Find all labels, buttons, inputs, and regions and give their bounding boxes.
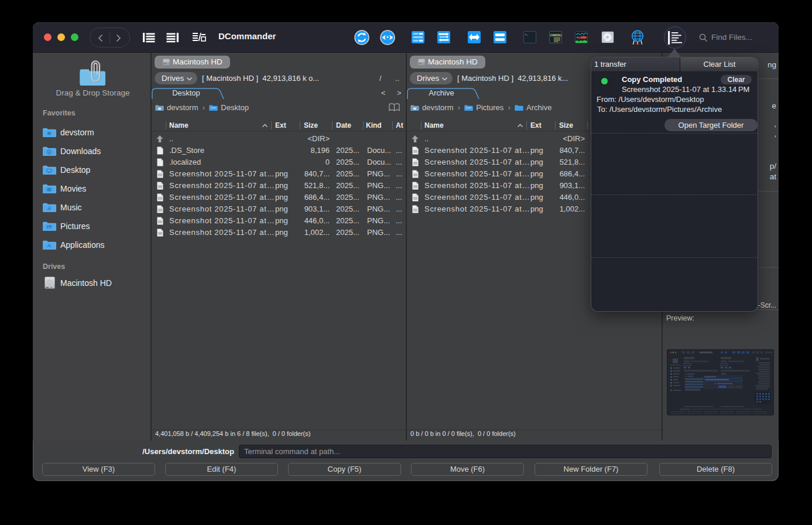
svg-text:>.: >. xyxy=(525,33,529,37)
svg-text:CONSOLE: CONSOLE xyxy=(550,34,562,38)
